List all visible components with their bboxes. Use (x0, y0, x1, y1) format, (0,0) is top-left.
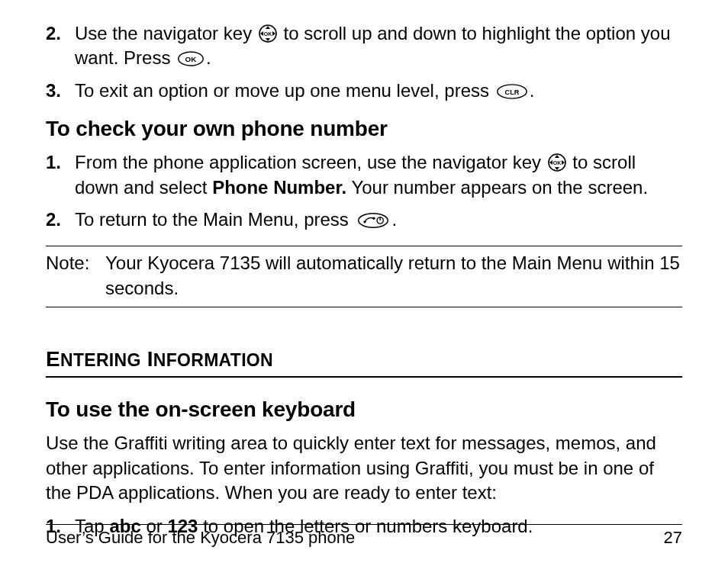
steps-list-b: 1.From the phone application screen, use… (46, 150, 682, 232)
step-item: 1.From the phone application screen, use… (46, 150, 682, 200)
step-body: Use the navigator key to scroll up and d… (75, 21, 682, 71)
step-body: To return to the Main Menu, press . (75, 208, 682, 232)
step-number: 2. (46, 208, 75, 232)
section-title-rest1: NTERING (60, 350, 141, 370)
section-title-entering-information: ENTERING INFORMATION (46, 347, 682, 378)
ok-oval-icon (177, 50, 205, 67)
note-block: Note: Your Kyocera 7135 will automatical… (46, 246, 682, 307)
step-item: 3.To exit an option or move up one menu … (46, 79, 682, 103)
step-body: To exit an option or move up one menu le… (75, 79, 682, 103)
clr-oval-icon (496, 83, 528, 100)
step-item: 2.To return to the Main Menu, press . (46, 208, 682, 232)
note-text: Your Kyocera 7135 will automatically ret… (105, 251, 682, 301)
note-label: Note: (46, 251, 105, 301)
document-page: 2.Use the navigator key to scroll up and… (0, 0, 728, 563)
page-footer: User’s Guide for the Kyocera 7135 phone … (46, 524, 682, 548)
section-title-cap2: I (147, 347, 153, 371)
subheading-check-number: To check your own phone number (46, 117, 682, 141)
step-body: From the phone application screen, use t… (75, 150, 682, 200)
end-oval-icon (356, 212, 391, 229)
section-title-rest2: NFORMATION (153, 350, 273, 370)
nav-ok-icon (259, 24, 277, 43)
inline-bold-text: Phone Number. (212, 177, 346, 198)
nav-ok-icon (548, 153, 566, 172)
step-number: 2. (46, 21, 75, 46)
step-number: 1. (46, 150, 75, 175)
step-number: 3. (46, 79, 75, 103)
steps-list-a: 2.Use the navigator key to scroll up and… (46, 21, 682, 103)
step-item: 2.Use the navigator key to scroll up and… (46, 21, 682, 71)
subheading-onscreen-keyboard: To use the on-screen keyboard (46, 397, 682, 422)
section-title-cap1: E (46, 347, 60, 371)
footer-page-number: 27 (664, 528, 682, 548)
intro-paragraph: Use the Graffiti writing area to quickly… (46, 431, 682, 505)
footer-title: User’s Guide for the Kyocera 7135 phone (46, 528, 355, 548)
